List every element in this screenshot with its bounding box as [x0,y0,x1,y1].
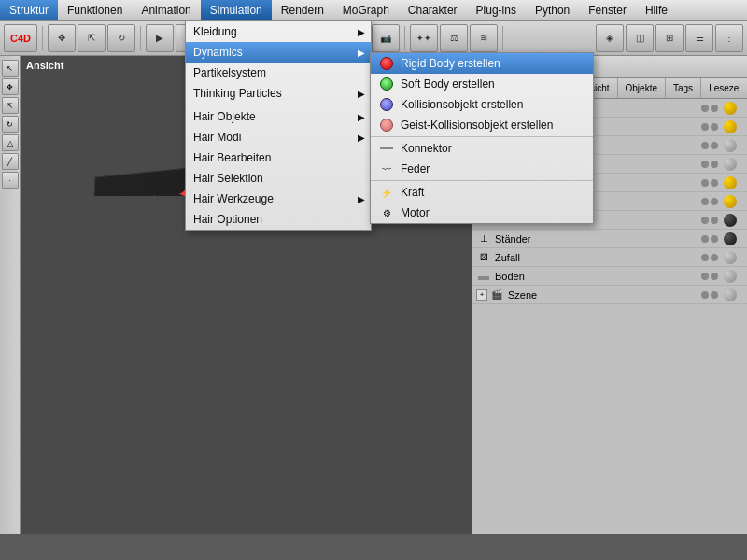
tp-arrow: ▶ [358,89,365,99]
collision-icon [378,96,395,113]
dd-kraft[interactable]: ⚡ Kraft [371,182,593,203]
tb-right-2[interactable]: ◫ [626,24,654,52]
dot1 [701,254,709,261]
dd-hair-selektion[interactable]: Hair Selektion [186,168,371,189]
render-button[interactable]: ▶ [146,24,174,52]
tb-right-1[interactable]: ◈ [596,24,624,52]
sphere-klon [724,139,737,152]
sidebar-tool-scale[interactable]: ⇱ [2,97,19,114]
menu-fenster[interactable]: Fenster [579,0,636,20]
dot2 [711,105,718,112]
tb-right-3[interactable]: ⊞ [655,24,684,52]
obj-dots-stander [691,232,747,245]
sidebar-tool-select[interactable]: ↖ [2,60,19,77]
rp-leseze[interactable]: Leseze [701,78,746,98]
menu-python[interactable]: Python [526,0,579,20]
rotate-tool-button[interactable]: ↻ [107,24,135,52]
dynamics-button[interactable]: ⚖ [440,24,468,52]
tb-right-5[interactable]: ⋮ [715,24,743,52]
dd-hair-optionen[interactable]: Hair Optionen [186,209,371,230]
left-sidebar: ↖ ✥ ⇱ ↻ △ ╱ · [0,56,21,534]
obj-dots-rutsche [691,120,747,133]
dd-rigid-body[interactable]: Rigid Body erstellen [371,53,593,74]
obj-name-stander: Ständer [495,233,691,245]
dot2 [711,217,718,224]
dd-motor[interactable]: ⚙ Motor [371,203,593,223]
dd-hair-modi[interactable]: Hair Modi ▶ [186,127,371,147]
dot1 [701,161,709,168]
dot1 [701,217,709,224]
dot1 [701,142,709,149]
sidebar-tool-point[interactable]: · [2,172,19,189]
dynamics-arrow: ▶ [358,48,365,58]
sidebar-tool-move[interactable]: ✥ [2,78,19,95]
dd-dynamics[interactable]: Dynamics ▶ [186,42,371,63]
toolbar-sep-2 [140,26,141,50]
camera-button[interactable]: 📷 [372,24,400,52]
sphere-kugel [724,102,737,115]
tb-right-4[interactable]: ☰ [685,24,713,52]
obj-name-szene: Szene [508,289,691,301]
dd-dyn-sep-1 [371,136,593,137]
toolbar-sep-6 [502,26,503,50]
obj-row-szene[interactable]: + 🎬 Szene [472,286,747,304]
kleidung-arrow: ▶ [358,27,365,37]
dd-hair-bearbeiten[interactable]: Hair Bearbeiten [186,147,371,168]
expand-szene[interactable]: + [476,289,487,301]
dot2 [711,235,718,243]
menu-mograph[interactable]: MoGraph [333,0,399,20]
move-tool-button[interactable]: ✥ [48,24,76,52]
sphere-zufall [724,251,737,264]
motor-icon: ⚙ [378,204,395,221]
scale-tool-button[interactable]: ⇱ [78,24,106,52]
soft-body-icon [378,76,395,92]
dd-konnektor[interactable]: Konnektor [371,138,593,159]
dd-partikelsystem[interactable]: Partikelsystem [186,63,371,83]
obj-row-stander[interactable]: ⊥ Ständer [472,230,747,248]
dd-feder[interactable]: 〰 Feder [371,159,593,179]
dd-hair-werkzeuge[interactable]: Hair Werkzeuge ▶ [186,189,371,209]
dd-collision[interactable]: Kollisionsobjekt erstellen [371,94,593,115]
menu-funktionen[interactable]: Funktionen [58,0,132,20]
sidebar-tool-rotate[interactable]: ↻ [2,116,19,133]
logo-button[interactable]: C4D [4,24,37,52]
dynamics-dropdown: Rigid Body erstellen Soft Body erstellen… [370,52,594,224]
sphere-rutsche [724,120,737,133]
menu-rendern[interactable]: Rendern [272,0,333,20]
sidebar-tool-poly[interactable]: △ [2,134,19,151]
dd-hair-objekte[interactable]: Hair Objekte ▶ [186,106,371,127]
obj-dots-szene [691,288,747,301]
dd-soft-body[interactable]: Soft Body erstellen [371,74,593,94]
menu-plugins[interactable]: Plug-ins [467,0,526,20]
toolbar: C4D ✥ ⇱ ↻ ▶ ⚙ ⊞ ◫ ⊕ ◉ ☀ 📷 ✦✦ ⚖ ≋ ◈ ◫ ⊞ ☰… [0,21,747,56]
obj-icon-boden [476,269,491,284]
obj-dots-achse [691,158,747,171]
sphere-flugel [724,195,737,208]
rp-tags[interactable]: Tags [666,78,701,98]
dd-ghost-collision[interactable]: Geist-Kollisionsobjekt erstellen [371,115,593,135]
obj-name-zufall: Zufall [495,252,691,263]
menu-struktur[interactable]: Struktur [0,0,58,20]
obj-dots-konnektor [691,176,747,189]
menu-hilfe[interactable]: Hilfe [636,0,677,20]
obj-row-boden[interactable]: Boden [472,267,747,286]
rp-objekte[interactable]: Objekte [618,78,666,98]
effector-button[interactable]: ≋ [470,24,498,52]
dot1 [701,123,709,131]
particle-button[interactable]: ✦✦ [410,24,438,52]
dot2 [711,142,718,149]
menu-animation[interactable]: Animation [132,0,200,20]
obj-row-zufall[interactable]: ⚄ Zufall [472,248,747,267]
dd-thinking-particles[interactable]: Thinking Particles ▶ [186,83,371,104]
dd-kleidung[interactable]: Kleidung ▶ [186,21,371,42]
obj-name-boden: Boden [495,271,691,282]
menu-simulation[interactable]: Simulation [201,0,272,20]
menu-charakter[interactable]: Charakter [399,0,467,20]
dot1 [701,105,709,112]
sphere-ebene [724,214,737,227]
sidebar-tool-edge[interactable]: ╱ [2,153,19,170]
dot1 [701,291,709,299]
sphere-konnektor [724,176,737,189]
dot1 [701,235,709,243]
dot2 [711,291,718,299]
